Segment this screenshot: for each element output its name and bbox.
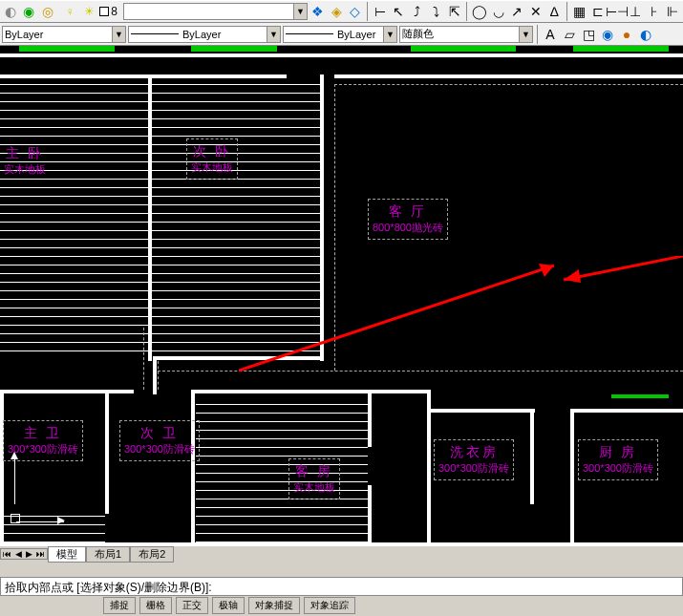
wall [570,409,574,542]
arc2-icon[interactable]: ⤵ [427,3,443,20]
tab-model[interactable]: 模型 [48,546,86,563]
svg-line-0 [239,266,554,371]
ucs-arrow-right-icon [57,517,65,524]
drawing-canvas[interactable]: 主 卧 实木地板 次 卧 实木地板 客 厅 800*800抛光砖 主 卫 300… [0,46,683,547]
text-icon[interactable]: A [542,26,559,43]
layer-dropdown[interactable]: ▼ [123,3,308,20]
arc-icon[interactable]: ⤴ [409,3,425,20]
layer-match-icon[interactable]: ◈ [328,3,344,20]
chevron-down-icon: ▼ [267,27,280,42]
model-tabs-bar: ⏮ ◀ ▶ ⏭ 模型 布局1 布局2 [0,546,683,562]
toolbar-separator [537,25,538,44]
grid-toggle[interactable]: 栅格 [139,597,172,614]
room-sub: 实木地板 [191,160,233,175]
tab-last-icon[interactable]: ⏭ [34,549,47,559]
toolbar-separator [367,2,368,21]
polar-toggle[interactable]: 极轴 [212,597,245,614]
svg-line-2 [564,256,683,280]
block-icon[interactable]: ▱ [561,26,578,43]
layer-previous-icon[interactable]: ◇ [347,3,363,20]
sun-icon[interactable]: ☀ [80,3,97,20]
room-title: 洗衣房 [438,444,509,461]
tab-layout1[interactable]: 布局1 [86,546,130,563]
room-title: 客 房 [293,463,335,480]
lineweight-dropdown[interactable]: ByLayer ▼ [283,26,397,43]
window-bar [19,46,115,52]
hatch-master-bed [0,84,153,351]
sphere-icon[interactable]: ● [618,26,635,43]
ordinate-icon[interactable]: ⊦ [646,3,662,20]
dash-line [143,328,144,390]
wall [0,390,48,393]
radius-icon[interactable]: ◡ [490,3,506,20]
osnap-toggle[interactable]: 对象捕捉 [248,597,300,614]
wall [427,390,431,542]
room-kitchen: 厨 房 300*300防滑砖 [578,439,658,480]
tab-first-icon[interactable]: ⏮ [1,549,13,559]
cube-icon[interactable]: ◳ [580,26,597,43]
room-sub: 300*300防滑砖 [438,461,509,476]
room-title: 主 卫 [8,425,78,442]
toolbar-row-1: ◐ ◉ ◎ ♀ ☀ 8 ▼ ❖ ◈ ◇ ⊢ ↖ ⤴ ⤵ ⇱ ◯ ◡ ↗ ✕ ∆ … [0,0,683,23]
layer-states-icon[interactable]: ◉ [20,3,36,20]
window-bar [191,46,277,52]
chevron-down-icon: ▼ [383,27,396,42]
room-sub: 300*300防滑砖 [583,461,653,476]
room-second-bath: 次 卫 300*300防滑砖 [119,420,200,461]
status-bar: 捕捉 栅格 正交 极轴 对象捕捉 对象追踪 [0,596,683,615]
otrack-toggle[interactable]: 对象追踪 [304,597,355,614]
bracket-icon[interactable]: ⊏ [589,3,606,20]
render-icon[interactable]: ◐ [637,26,654,43]
distance-icon[interactable]: ⊢ [372,3,388,20]
wall [334,74,683,78]
continue-icon[interactable]: ⊩ [665,3,681,20]
layer-filter-icon[interactable]: ◎ [39,3,55,20]
wall [573,409,683,413]
globe-icon[interactable]: ◉ [599,26,616,43]
command-line[interactable]: 拾取内部点或 [选择对象(S)/删除边界(B)]: [0,577,683,596]
window-bar [611,394,669,398]
color-dropdown[interactable]: ByLayer ▼ [2,26,126,43]
hatch-guest [196,399,368,542]
circle-icon[interactable]: ◯ [471,3,488,20]
layer-stack-icon[interactable]: ❖ [309,3,326,20]
room-guest: 客 房 实木地板 [288,458,340,499]
room-second-bed: 次 卧 实木地板 [186,138,238,180]
linetype-dropdown[interactable]: ByLayer ▼ [128,26,281,43]
measure-icon[interactable]: ✕ [527,3,544,20]
lightbulb-icon[interactable]: ♀ [61,3,78,20]
grid-icon[interactable]: ▦ [571,3,587,20]
tab-next-icon[interactable]: ▶ [24,549,34,559]
toolbar-row-2: ByLayer ▼ ByLayer ▼ ByLayer ▼ 随颜色 ▼ A ▱ … [0,23,683,46]
wall [530,409,534,504]
line-icon[interactable]: ↗ [509,3,525,20]
wall [191,390,195,547]
line-sample [286,33,333,34]
snap-toggle[interactable]: 捕捉 [103,597,136,614]
room-master-bed: 主 卧 实木地板 [0,141,50,181]
room-sub: 800*800抛光砖 [373,221,443,235]
baseline-icon[interactable]: ⊥ [628,3,644,20]
cursor-icon[interactable]: ↖ [391,3,407,20]
dimension-icon[interactable]: ⇱ [446,3,462,20]
room-sub: 实木地板 [4,162,46,177]
ortho-toggle[interactable]: 正交 [176,597,208,614]
room-living: 客 厅 800*800抛光砖 [368,199,448,240]
tab-layout2[interactable]: 布局2 [130,546,174,563]
window-bar [573,46,669,52]
room-title: 主 卧 [4,145,46,162]
wall [368,390,372,447]
room-title: 次 卫 [124,425,195,442]
layer-color-swatch[interactable] [99,7,109,16]
room-sub: 实木地板 [293,480,335,495]
angle-icon[interactable]: ∆ [546,3,563,20]
layer-properties-icon[interactable]: ◐ [2,3,18,20]
room-sub: 300*300防滑砖 [124,442,195,457]
extend-icon[interactable]: ⊢⊣ [608,3,626,20]
room-title: 厨 房 [583,444,653,461]
wall [0,74,287,78]
toolbar-separator [466,2,467,21]
tab-prev-icon[interactable]: ◀ [13,549,24,559]
wall [191,390,430,393]
plotstyle-dropdown[interactable]: 随颜色 ▼ [399,26,533,43]
